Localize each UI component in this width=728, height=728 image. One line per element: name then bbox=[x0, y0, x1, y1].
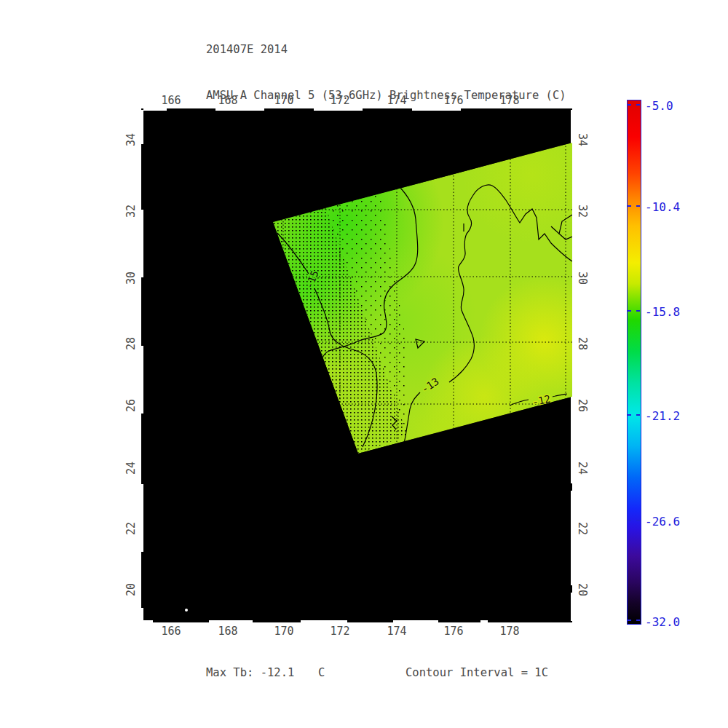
lon-tick-label: 176 bbox=[443, 94, 463, 107]
colorbar-label: -21.2 bbox=[645, 409, 680, 423]
lat-tick-label: 26 bbox=[124, 399, 138, 412]
map-plot-area: -15 -13 -12 bbox=[141, 108, 572, 622]
lat-tick-label: 20 bbox=[576, 583, 589, 596]
colorbar-tick bbox=[628, 205, 631, 207]
lon-tick-label: 174 bbox=[387, 625, 406, 638]
colorbar-label: -15.8 bbox=[645, 305, 680, 319]
lat-tick-label: 28 bbox=[576, 337, 589, 350]
lat-tick-label: 32 bbox=[124, 205, 138, 218]
lon-tick-label: 166 bbox=[161, 625, 181, 638]
lat-tick-label: 20 bbox=[124, 583, 138, 596]
colorbar bbox=[627, 100, 641, 625]
colorbar-tick bbox=[636, 414, 640, 416]
lat-tick-label: 30 bbox=[124, 272, 138, 285]
lon-tick-label: 176 bbox=[443, 625, 463, 638]
colorbar-label: -26.6 bbox=[645, 515, 680, 529]
lon-tick-label: 168 bbox=[218, 625, 237, 638]
colorbar-tick bbox=[628, 520, 631, 521]
lat-tick-label: 32 bbox=[576, 205, 589, 218]
lat-tick-label: 28 bbox=[124, 337, 138, 350]
lon-tick-label: 178 bbox=[499, 625, 519, 638]
colorbar-tick bbox=[628, 620, 631, 621]
colorbar-tick bbox=[628, 414, 631, 416]
colorbar-label: -10.4 bbox=[645, 200, 680, 214]
colorbar-label: -32.0 bbox=[645, 615, 680, 629]
lat-tick-label: 26 bbox=[576, 399, 589, 412]
colorbar-tick bbox=[636, 205, 640, 207]
colorbar-tick bbox=[636, 310, 640, 312]
lon-tick-label: 168 bbox=[218, 94, 237, 107]
lat-tick-label: 22 bbox=[124, 522, 138, 535]
colorbar-tick bbox=[636, 520, 640, 521]
contour-interval-text: Contour Interval = 1C bbox=[405, 666, 548, 679]
lon-tick-label: 166 bbox=[161, 94, 181, 107]
max-tb-text: Max Tb: -12.1 bbox=[206, 666, 294, 679]
lon-tick-label: 174 bbox=[387, 94, 406, 107]
colorbar-tick bbox=[636, 620, 640, 621]
map-marker-dot bbox=[185, 609, 188, 612]
title-dataset: 201407E 2014 bbox=[206, 42, 566, 58]
swath-fill: -15 -13 -12 bbox=[142, 108, 572, 622]
lat-tick-label: 24 bbox=[124, 462, 138, 475]
lon-tick-label: 170 bbox=[274, 625, 293, 638]
lat-tick-label: 30 bbox=[576, 272, 589, 285]
colorbar-label: -5.0 bbox=[645, 99, 673, 113]
colorbar-tick bbox=[628, 310, 631, 312]
lon-tick-label: 178 bbox=[499, 94, 519, 107]
max-tb-unit: C bbox=[318, 666, 325, 679]
lon-tick-label: 172 bbox=[330, 625, 349, 638]
colorbar-tick bbox=[636, 104, 640, 106]
screenshot-page: { "header": { "line1": "201407E 2014", "… bbox=[0, 0, 728, 728]
lat-tick-label: 34 bbox=[576, 133, 589, 146]
lat-tick-label: 34 bbox=[124, 133, 138, 146]
lon-tick-label: 170 bbox=[274, 94, 293, 107]
lon-tick-label: 172 bbox=[330, 94, 349, 107]
colorbar-tick bbox=[628, 104, 631, 106]
swath-canvas: -15 -13 -12 bbox=[141, 108, 572, 622]
lat-tick-label: 24 bbox=[576, 462, 589, 475]
lat-tick-label: 22 bbox=[576, 522, 589, 535]
